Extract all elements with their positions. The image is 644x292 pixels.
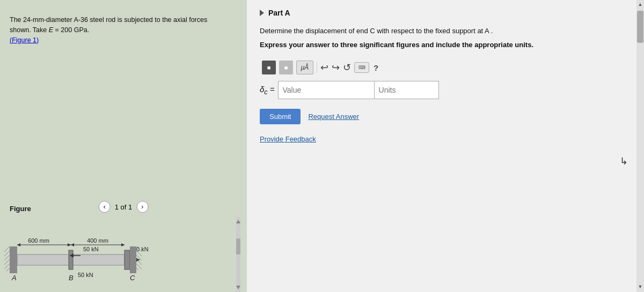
format-dark-icon[interactable]: ■	[262, 61, 276, 74]
scroll-down-button[interactable]: ▼	[636, 282, 644, 291]
svg-marker-22	[136, 258, 140, 262]
figure-link[interactable]: (Figure 1)	[10, 35, 207, 46]
scroll-thumb[interactable]	[637, 11, 643, 43]
collapse-triangle-icon[interactable]	[260, 10, 264, 16]
prev-page-button[interactable]: ‹	[99, 201, 111, 213]
svg-text:C: C	[130, 274, 135, 282]
button-row: Submit Request Answer	[260, 109, 631, 124]
figure-label: Figure	[10, 205, 31, 213]
answer-row: δc =	[260, 81, 631, 99]
units-input[interactable]	[375, 81, 439, 99]
problem-statement: The 24-mm-diameter A-36 steel rod is sub…	[10, 15, 207, 45]
svg-line-6	[6, 268, 10, 271]
question-line2: Express your answer to three significant…	[260, 40, 631, 50]
svg-line-31	[136, 268, 138, 270]
svg-rect-16	[69, 250, 73, 269]
svg-line-2	[4, 251, 10, 256]
svg-text:50 kN: 50 kN	[78, 272, 93, 278]
toolbar-divider	[317, 62, 317, 73]
svg-marker-11	[68, 243, 71, 246]
refresh-icon[interactable]: ↺	[343, 62, 351, 73]
undo-icon[interactable]: ↩	[320, 62, 328, 73]
value-input[interactable]	[278, 81, 375, 99]
svg-line-5	[4, 264, 10, 269]
help-icon[interactable]: ?	[374, 63, 378, 72]
problem-line1: The 24-mm-diameter A-36 steel rod is sub…	[10, 15, 207, 25]
right-scrollbar[interactable]: ▲ ▼	[636, 0, 644, 292]
figure-diagram: 600 mm 400 mm 50 kN 40 kN 50 kN	[0, 217, 247, 292]
part-a-label: Part A	[268, 9, 290, 17]
mu-a-icon[interactable]: μÅ	[296, 61, 313, 74]
svg-line-1	[4, 246, 10, 252]
pagination: ‹ 1 of 1 ›	[99, 201, 149, 213]
svg-line-4	[4, 259, 10, 265]
svg-text:50 kN: 50 kN	[83, 246, 99, 252]
svg-text:B: B	[69, 274, 74, 282]
request-answer-link[interactable]: Request Answer	[308, 113, 359, 121]
scroll-up-button[interactable]: ▲	[637, 0, 643, 9]
svg-rect-25	[130, 246, 136, 273]
cursor-indicator: ↳	[620, 155, 628, 167]
svg-rect-24	[125, 250, 130, 269]
svg-marker-15	[121, 243, 125, 246]
part-a-header: Part A	[260, 9, 631, 17]
svg-line-3	[4, 255, 10, 260]
svg-line-30	[136, 264, 142, 269]
right-panel: Part A Determine the displacement of end…	[247, 0, 644, 292]
svg-rect-0	[10, 246, 17, 273]
svg-marker-10	[17, 243, 20, 246]
svg-text:A: A	[11, 274, 17, 282]
left-panel: The 24-mm-diameter A-36 steel rod is sub…	[0, 0, 247, 292]
problem-line2: shown. Take E = 200 GPa.	[10, 25, 207, 35]
delta-label: δc =	[260, 85, 275, 96]
answer-toolbar: ■ ■ μÅ ↩ ↪ ↺ ⌨ ?	[262, 61, 631, 74]
next-page-button[interactable]: ›	[136, 201, 148, 213]
redo-icon[interactable]: ↪	[332, 62, 340, 73]
provide-feedback-link[interactable]: Provide Feedback	[260, 135, 631, 143]
svg-text:400 mm: 400 mm	[87, 237, 108, 244]
question-line1: Determine the displacement of end C with…	[260, 26, 631, 36]
svg-rect-36	[236, 238, 240, 254]
svg-text:600 mm: 600 mm	[28, 237, 49, 244]
submit-button[interactable]: Submit	[260, 109, 301, 124]
keyboard-icon[interactable]: ⌨	[354, 62, 369, 73]
format-light-icon[interactable]: ■	[279, 61, 293, 74]
page-indicator: 1 of 1	[115, 203, 133, 211]
svg-marker-14	[71, 243, 74, 246]
